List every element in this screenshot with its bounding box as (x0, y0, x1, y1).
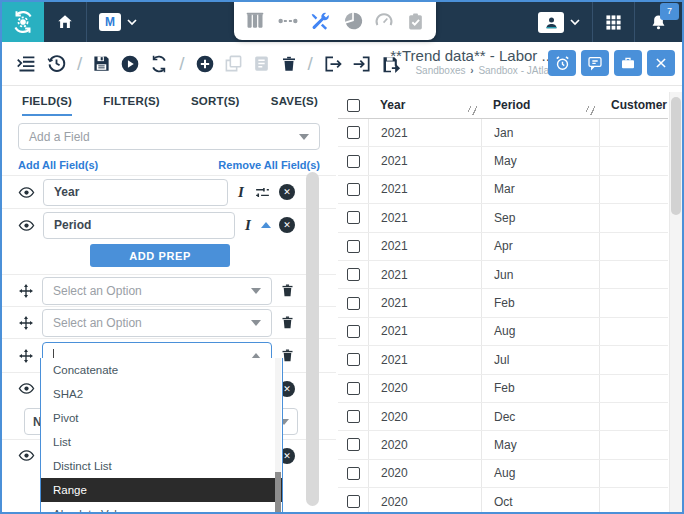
row-checkbox[interactable] (347, 126, 360, 139)
close-button[interactable] (647, 50, 675, 76)
toolbar-divider: / (307, 53, 314, 75)
tab-fields[interactable]: FIELD(S) (22, 95, 72, 116)
field-name-input[interactable]: Year (43, 179, 228, 206)
collapse-prep-icon[interactable] (261, 222, 271, 228)
prep-select[interactable]: Select an Option (42, 309, 272, 337)
table-row: 2021Jun (338, 261, 668, 289)
row-checkbox[interactable] (347, 438, 360, 451)
select-all-checkbox[interactable] (347, 99, 360, 112)
row-checkbox[interactable] (347, 211, 360, 224)
link-dots-icon[interactable] (277, 10, 299, 32)
workspace-menu[interactable]: M (87, 2, 149, 42)
clipboard-check-icon[interactable] (406, 12, 425, 31)
period-cell: Sep (481, 204, 599, 231)
row-checkbox[interactable] (347, 155, 360, 168)
row-checkbox-cell (338, 488, 368, 512)
row-checkbox[interactable] (347, 353, 360, 366)
pie-chart-icon[interactable] (343, 11, 363, 31)
customer-cell (599, 147, 668, 174)
home-button[interactable] (44, 2, 86, 42)
row-checkbox[interactable] (347, 382, 360, 395)
move-icon[interactable] (18, 283, 34, 299)
prep-option[interactable]: Distinct List (41, 454, 282, 478)
eye-icon[interactable] (18, 380, 35, 397)
comments-button[interactable] (581, 50, 609, 76)
delete-icon[interactable] (280, 55, 298, 73)
add-all-fields-link[interactable]: Add All Field(s) (18, 159, 98, 171)
export-icon[interactable] (323, 54, 343, 74)
row-checkbox[interactable] (347, 268, 360, 281)
prep-option[interactable]: List (41, 430, 282, 454)
column-resize-handle[interactable] (468, 106, 478, 115)
remove-field-icon[interactable]: ✕ (279, 184, 295, 200)
eye-icon[interactable] (18, 217, 35, 234)
row-checkbox[interactable] (347, 467, 360, 480)
indent-run-icon[interactable] (16, 53, 37, 74)
customer-cell (599, 431, 668, 458)
notifications-button[interactable]: 7 (649, 13, 668, 32)
add-field-select[interactable]: Add a Field (18, 123, 320, 150)
prep-option[interactable]: Absolute Value (41, 502, 282, 514)
history-icon[interactable] (46, 53, 67, 74)
column-resize-handle[interactable] (586, 106, 596, 115)
paste-list-icon[interactable] (252, 54, 271, 73)
italic-format-icon[interactable]: I (236, 184, 246, 201)
customer-cell (599, 176, 668, 203)
remove-field-icon[interactable]: ✕ (279, 217, 295, 233)
trash-icon[interactable] (280, 283, 295, 298)
refresh-icon[interactable] (149, 54, 169, 74)
customer-cell (599, 375, 668, 402)
import-icon[interactable] (352, 54, 372, 74)
panel-scrollbar[interactable] (306, 172, 319, 506)
column-header-customer[interactable]: Customer Co (599, 92, 668, 118)
prep-option[interactable]: SHA2 (41, 382, 282, 406)
breadcrumb-parent[interactable]: Sandboxes (415, 65, 465, 76)
prep-select[interactable]: Select an Option (42, 277, 272, 305)
column-header-year[interactable]: Year (368, 92, 481, 118)
package-button[interactable] (614, 50, 642, 76)
document-toolbar: / / / **Trend data** - Labor ... Sandbox… (2, 42, 682, 86)
column-header-period[interactable]: Period (481, 92, 599, 118)
prep-option[interactable]: Range (41, 478, 282, 502)
row-checkbox[interactable] (347, 495, 360, 508)
row-checkbox[interactable] (347, 183, 360, 196)
row-checkbox[interactable] (347, 325, 360, 338)
year-cell: 2021 (368, 346, 481, 373)
chevron-down-icon (251, 288, 261, 294)
tab-filters[interactable]: FILTER(S) (103, 95, 160, 116)
trash-icon[interactable] (280, 315, 295, 330)
move-icon[interactable] (18, 348, 34, 364)
row-checkbox[interactable] (347, 297, 360, 310)
save-icon[interactable] (92, 54, 111, 73)
eye-icon[interactable] (18, 184, 35, 201)
row-checkbox[interactable] (347, 240, 360, 253)
tune-icon[interactable] (254, 184, 271, 201)
remove-all-fields-link[interactable]: Remove All Field(s) (218, 159, 320, 171)
app-logo[interactable] (2, 2, 44, 42)
italic-format-icon[interactable]: I (243, 217, 253, 234)
select-all-cell (338, 92, 368, 118)
user-menu[interactable] (526, 2, 592, 42)
schedule-button[interactable] (548, 50, 576, 76)
tab-saves[interactable]: SAVE(S) (271, 95, 318, 116)
field-name-input[interactable]: Period (43, 212, 235, 239)
play-icon[interactable] (120, 54, 140, 74)
copy-icon[interactable] (224, 54, 243, 73)
dropdown-scrollbar-thumb[interactable] (275, 472, 281, 514)
bar-chart-icon[interactable] (245, 11, 265, 31)
apps-grid-button[interactable] (593, 2, 634, 42)
chevron-down-icon (251, 320, 261, 326)
table-scrollbar-thumb[interactable] (671, 97, 681, 215)
tab-sorts[interactable]: SORT(S) (191, 95, 240, 116)
prep-option[interactable]: Pivot (41, 406, 282, 430)
customer-cell (599, 403, 668, 430)
add-prep-button[interactable]: ADD PREP (90, 244, 230, 267)
tools-icon[interactable] (310, 11, 331, 32)
toolbar-divider: / (76, 53, 83, 75)
eye-icon[interactable] (18, 447, 35, 464)
move-icon[interactable] (18, 315, 34, 331)
add-circle-icon[interactable] (195, 54, 215, 74)
gauge-icon[interactable] (374, 11, 394, 31)
row-checkbox[interactable] (347, 410, 360, 423)
prep-option[interactable]: Concatenate (41, 358, 282, 382)
